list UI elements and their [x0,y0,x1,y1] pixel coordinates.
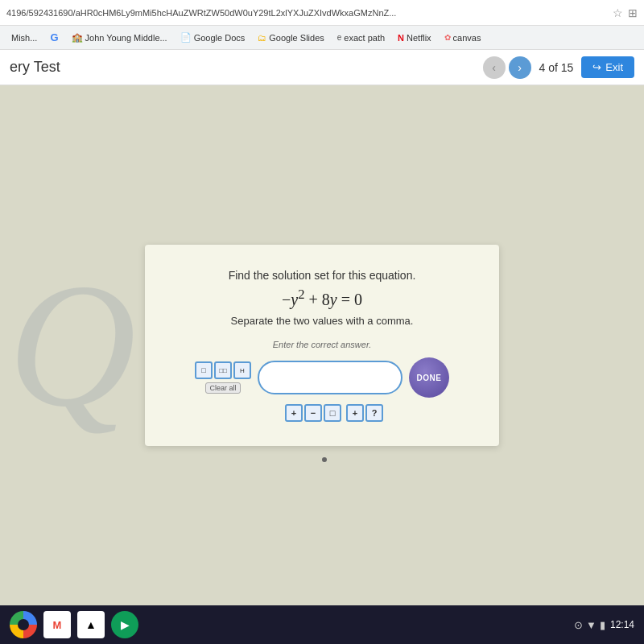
answer-input-wrapper [258,361,402,394]
bookmark-slides-label: Google Slides [269,33,324,43]
address-bar: 4196/592431690/aHR0cHM6Ly9mMi5hcHAuZWRtZ… [0,0,644,26]
bookmark-exact-path[interactable]: e exact path [332,31,390,44]
exit-icon: ↪ [592,61,601,73]
math-btn-group-2: + ? [346,404,383,422]
chrome-icon[interactable] [10,611,37,638]
exit-label: Exit [605,61,623,73]
bookmark-netflix-label: Netflix [407,33,431,43]
math-btn-minus[interactable]: − [304,404,322,422]
answer-area: □ □□ H Clear all DONE [177,357,467,398]
kbd-btn-1[interactable]: □ [195,361,213,379]
bookmark-john-young[interactable]: 🏫 John Young Middle... [67,31,172,44]
equation-display: −y2 + 8y = 0 [177,287,467,309]
bookmark-canvas[interactable]: ✿ canvas [440,31,486,44]
play-icon[interactable]: ▶ [111,611,138,638]
google-icon: G [50,31,58,43]
q-watermark: Q [8,257,136,434]
keyboard-buttons: □ □□ H Clear all [195,361,251,394]
bookmark-google[interactable]: G [45,30,63,45]
prev-arrow[interactable]: ‹ [483,56,506,79]
math-btn-square[interactable]: □ [324,404,341,422]
kbd-btn-3[interactable]: H [233,361,251,379]
volume-icon: ▼ [586,619,597,631]
enter-label: Enter the correct answer. [177,340,467,349]
battery-icon: ▮ [600,619,605,631]
taskbar: M ▲ ▶ ⊙ ▼ ▮ 12:14 [0,605,644,644]
bookmark-canvas-label: canvas [453,33,481,43]
kbd-row-1: □ □□ H [195,361,251,379]
done-button[interactable]: DONE [409,357,449,398]
bookmark-mish[interactable]: Mish... [6,31,42,44]
sub-instruction: Separate the two values with a comma. [177,315,467,327]
clear-all-button[interactable]: Clear all [205,382,240,394]
header-controls: ‹ › 4 of 15 ↪ Exit [483,56,635,79]
bookmark-john-young-label: John Young Middle... [85,33,167,43]
answer-input[interactable] [258,361,402,394]
bookmark-star-icon[interactable]: ☆ [613,6,623,19]
page-counter: 4 of 15 [539,61,574,74]
taskbar-status: ⊙ ▼ ▮ [574,619,605,631]
math-btn-plus[interactable]: + [285,404,303,422]
bookmark-mish-label: Mish... [11,33,37,43]
bookmark-google-slides[interactable]: 🗂 Google Slides [253,31,329,44]
math-btn-plus2[interactable]: + [346,404,364,422]
page-header: ery Test ‹ › 4 of 15 ↪ Exit [0,50,644,85]
taskbar-right: ⊙ ▼ ▮ 12:14 [574,619,634,631]
bookmark-exactpath-label: exact path [344,33,385,43]
math-toolbar: + − □ + ? [201,404,467,422]
bookmark-google-docs[interactable]: 📄 Google Docs [175,31,250,44]
math-btn-group-1: + − □ [285,404,341,422]
extension-icon[interactable]: ⊞ [628,6,638,19]
page-title: ery Test [10,59,60,76]
main-content: Q Find the solution set for this equatio… [0,85,644,605]
bookmarks-bar: Mish... G 🏫 John Young Middle... 📄 Googl… [0,26,644,50]
kbd-btn-2[interactable]: □□ [214,361,232,379]
gmail-icon[interactable]: M [43,611,71,638]
taskbar-time: 12:14 [610,619,634,630]
dot-marker [322,457,327,462]
bookmark-docs-label: Google Docs [194,33,246,43]
bookmark-netflix[interactable]: N Netflix [393,31,436,44]
drive-icon[interactable]: ▲ [77,611,105,638]
question-card: Find the solution set for this equation.… [145,245,499,447]
next-arrow[interactable]: › [509,56,531,79]
question-instruction: Find the solution set for this equation. [177,269,467,282]
url-text: 4196/592431690/aHR0cHM6Ly9mMi5hcHAuZWRtZ… [6,8,608,18]
math-btn-question[interactable]: ? [365,404,383,422]
exit-button[interactable]: ↪ Exit [581,56,634,78]
network-icon: ⊙ [574,619,583,631]
nav-arrows: ‹ › [483,56,531,79]
